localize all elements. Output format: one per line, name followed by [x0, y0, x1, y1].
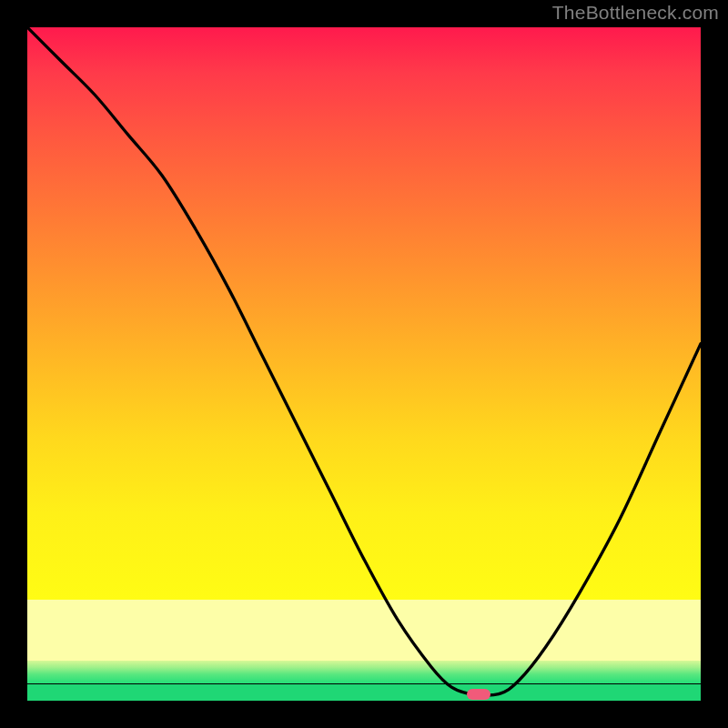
curve-svg: [27, 27, 701, 701]
watermark-text: TheBottleneck.com: [552, 2, 719, 24]
chart-stage: TheBottleneck.com: [0, 0, 728, 728]
bottleneck-curve-path: [27, 27, 701, 695]
plot-area: [27, 27, 701, 701]
optimal-point-marker: [467, 689, 490, 700]
